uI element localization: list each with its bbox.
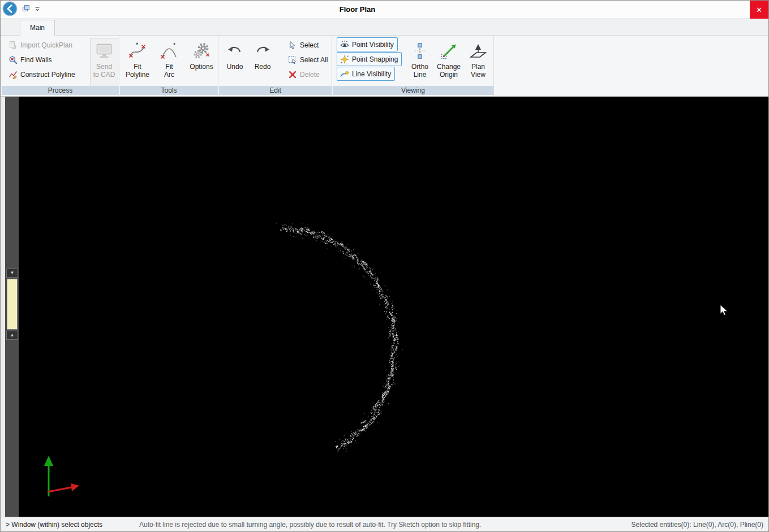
gears-icon [192,42,210,62]
workspace: ▼ ▲ [1,97,768,517]
ribbon-group-process: Import QuickPlan Find Walls Construct Po… [2,36,119,96]
select-all-label: Select All [300,56,328,64]
redo-label: Redo [255,63,271,71]
page-title: Floor Plan [1,5,714,14]
redo-icon [254,42,272,62]
construct-polyline-button[interactable]: Construct Polyline [5,67,78,81]
group-caption-edit: Edit [219,86,332,95]
fit-arc-label: Fit Arc [164,63,174,79]
y-axis-arrowhead [44,456,53,466]
select-button[interactable]: Select [285,38,330,52]
drawing-canvas[interactable] [19,97,768,517]
chevron-down-icon [35,6,40,14]
group-caption-process: Process [2,86,119,95]
delete-label: Delete [300,71,320,79]
collapsed-panel-strip[interactable] [7,279,18,330]
x-axis-arrow [48,487,71,492]
snap-star-icon [340,55,349,64]
delete-button[interactable]: Delete [285,67,330,81]
x-axis-arrowhead [71,483,79,491]
quick-access-button[interactable] [22,4,31,15]
fit-arc-icon: * [160,42,178,62]
close-icon: ✕ [756,6,762,14]
strip-scroll-down-button[interactable]: ▼ [6,269,18,278]
ortho-line-icon [411,42,429,62]
ortho-line-label: Ortho Line [411,63,428,79]
plan-view-icon [469,42,487,62]
undo-button[interactable]: Undo [222,38,247,85]
find-walls-label: Find Walls [20,56,52,64]
back-button[interactable] [2,2,18,17]
plan-view-label: Plan View [471,63,486,79]
group-caption-viewing: Viewing [333,86,493,95]
tab-main[interactable]: Main [20,20,55,36]
left-gutter [1,97,5,517]
group-caption-tools: Tools [120,86,218,95]
strip-scroll-up-button[interactable]: ▲ [6,331,18,340]
quick-access-dropdown[interactable] [35,6,40,14]
plan-view-button[interactable]: Plan View [465,38,492,85]
point-visibility-toggle[interactable]: Point Visibility [337,37,398,51]
ribbon-group-edit: Undo Redo Select [219,36,332,96]
back-icon [2,1,18,18]
point-visibility-label: Point Visibility [352,41,394,49]
ucs-axis-icon [42,456,87,500]
pencil-polyline-icon [8,70,18,79]
triangle-up-icon: ▲ [10,332,15,338]
svg-text:*: * [136,42,139,48]
fit-polyline-label: Fit Polyline [126,63,149,79]
triangle-down-icon: ▼ [10,270,15,275]
delete-x-icon [287,70,297,79]
tab-main-label: Main [30,24,45,32]
send-to-cad-icon [95,42,113,62]
send-to-cad-button[interactable]: Send to CAD [90,38,118,85]
magnifier-icon [8,55,18,64]
undo-label: Undo [227,63,243,71]
send-to-cad-label: Send to CAD [93,63,115,79]
line-visibility-toggle[interactable]: Line Visibility [337,67,395,81]
change-origin-icon [440,42,458,62]
fit-polyline-button[interactable]: * Fit Polyline [121,38,154,85]
line-visibility-label: Line Visibility [352,70,391,78]
fit-arc-button[interactable]: * Fit Arc [155,38,183,85]
close-button[interactable]: ✕ [750,1,768,19]
select-all-icon [287,55,297,64]
titlebar: Floor Plan ✕ [1,1,768,19]
import-quickplan-icon [8,41,18,50]
point-snapping-label: Point Snapping [352,55,398,63]
status-message: Auto-fit line is rejected due to small t… [139,521,631,529]
redo-button[interactable]: Redo [250,38,276,85]
ribbon-group-tools: * Fit Polyline * Fit Arc [120,36,218,96]
import-quickplan-button[interactable]: Import QuickPlan [5,38,78,52]
svg-text:*: * [173,42,176,49]
select-label: Select [300,41,319,49]
point-cloud-layer [19,97,768,517]
options-label: Options [190,63,213,71]
ortho-line-button[interactable]: Ortho Line [407,38,433,85]
command-prompt-text: > Window (within) select objects [6,521,139,529]
selection-summary: Selected entities(0): Line(0), Arc(0), P… [631,521,763,529]
mouse-cursor [719,304,728,317]
change-origin-label: Change Origin [437,63,461,79]
undo-icon [226,42,244,62]
curve-sun-icon [340,70,349,79]
ribbon-group-viewing: Point Visibility Point Snapping Line Vis… [333,36,494,96]
eye-icon [340,40,349,49]
statusbar: > Window (within) select objects Auto-fi… [1,517,768,531]
select-all-button[interactable]: Select All [285,53,330,67]
ribbon: Import QuickPlan Find Walls Construct Po… [1,36,768,97]
quick-access-toolbar [22,4,40,15]
fit-polyline-icon: * [128,42,147,62]
construct-polyline-label: Construct Polyline [20,71,75,79]
select-cursor-icon [287,41,297,50]
windows-icon [22,4,31,15]
floor-plan-window: Floor Plan ✕ Main Import QuickPlan [0,0,769,532]
options-button[interactable]: Options [186,38,217,85]
import-quickplan-label: Import QuickPlan [20,41,72,49]
change-origin-button[interactable]: Change Origin [434,38,463,85]
find-walls-button[interactable]: Find Walls [5,53,78,67]
side-strip: ▼ ▲ [5,97,19,517]
point-snapping-toggle[interactable]: Point Snapping [337,52,402,66]
ribbon-tab-row: Main [1,19,768,36]
